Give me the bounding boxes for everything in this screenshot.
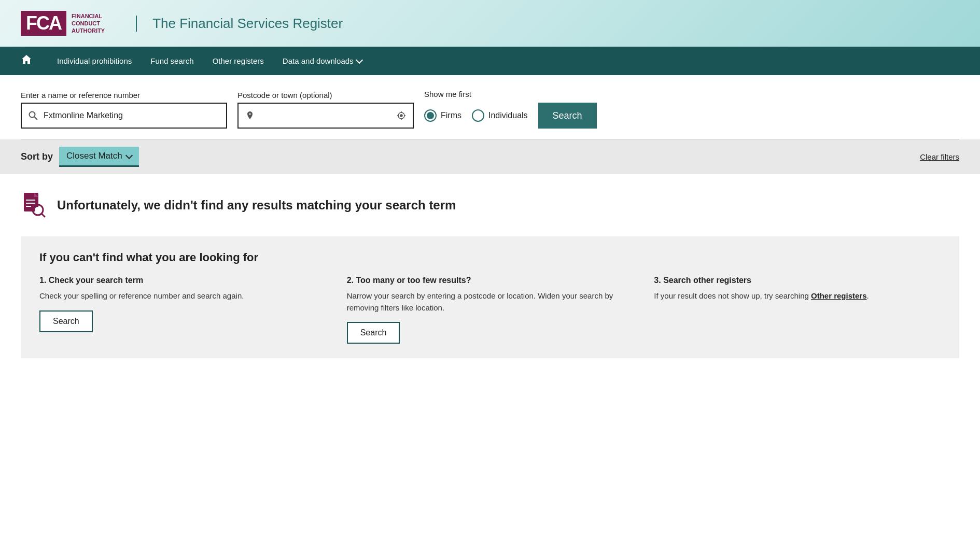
search-section: Enter a name or reference number Postcod… bbox=[0, 75, 980, 139]
other-registers-link[interactable]: Other registers bbox=[811, 291, 867, 300]
radio-firms[interactable]: Firms bbox=[424, 109, 461, 122]
location-pin-icon bbox=[245, 110, 255, 121]
help-search-btn-1[interactable]: Search bbox=[39, 310, 93, 332]
radio-individuals[interactable]: Individuals bbox=[472, 109, 528, 122]
search-icon bbox=[28, 110, 38, 121]
logo-subtext: FINANCIAL CONDUCT AUTHORITY bbox=[72, 12, 105, 35]
help-col-3-text: If your result does not show up, try sea… bbox=[654, 290, 941, 302]
help-col-1-text: Check your spelling or reference number … bbox=[39, 290, 326, 302]
search-button[interactable]: Search bbox=[538, 103, 597, 129]
postcode-label: Postcode or town (optional) bbox=[237, 91, 414, 100]
nav-item-fund-search[interactable]: Fund search bbox=[141, 49, 203, 73]
nav-item-data-downloads[interactable]: Data and downloads bbox=[273, 49, 371, 73]
radio-row: Firms Individuals Search bbox=[424, 103, 597, 129]
sort-by-label: Sort by bbox=[21, 151, 53, 162]
help-column-3: 3. Search other registers If your result… bbox=[654, 276, 941, 344]
no-results-text: Unfortunately, we didn't find any result… bbox=[57, 198, 456, 213]
name-search-group: Enter a name or reference number bbox=[21, 91, 227, 129]
radio-individuals-label: Individuals bbox=[488, 111, 528, 120]
sort-chevron-icon bbox=[125, 151, 133, 159]
help-col-2-text: Narrow your search by entering a postcod… bbox=[347, 290, 634, 314]
sort-bar: Sort by Closest Match Clear filters bbox=[0, 139, 980, 174]
clear-filters-link[interactable]: Clear filters bbox=[920, 152, 959, 161]
no-results-icon bbox=[21, 191, 48, 220]
svg-point-3 bbox=[400, 115, 402, 117]
show-first-label: Show me first bbox=[424, 90, 597, 98]
help-col-1-title: 1. Check your search term bbox=[39, 276, 326, 285]
help-box-title: If you can't find what you are looking f… bbox=[39, 251, 941, 264]
sort-left: Sort by Closest Match bbox=[21, 147, 139, 167]
svg-line-15 bbox=[41, 214, 45, 217]
name-search-input-wrap bbox=[21, 103, 227, 129]
svg-line-1 bbox=[35, 117, 38, 120]
help-column-2: 2. Too many or too few results? Narrow y… bbox=[347, 276, 634, 344]
dropdown-chevron-icon bbox=[356, 56, 363, 64]
name-search-input[interactable] bbox=[44, 111, 220, 120]
show-first-group: Show me first Firms Individuals Search bbox=[424, 90, 597, 129]
radio-firms-circle[interactable] bbox=[424, 109, 437, 122]
logo-block: FCA FINANCIAL CONDUCT AUTHORITY bbox=[21, 11, 105, 36]
postcode-search-group: Postcode or town (optional) bbox=[237, 91, 414, 129]
help-columns: 1. Check your search term Check your spe… bbox=[39, 276, 941, 344]
home-icon[interactable] bbox=[21, 47, 32, 75]
help-col-3-title: 3. Search other registers bbox=[654, 276, 941, 285]
nav-item-individual-prohibitions[interactable]: Individual prohibitions bbox=[48, 49, 141, 73]
name-search-label: Enter a name or reference number bbox=[21, 91, 227, 100]
no-results-row: Unfortunately, we didn't find any result… bbox=[21, 191, 959, 220]
no-results-svg-icon bbox=[21, 191, 48, 218]
help-col-2-title: 2. Too many or too few results? bbox=[347, 276, 634, 285]
svg-point-0 bbox=[30, 112, 35, 118]
nav-item-other-registers[interactable]: Other registers bbox=[203, 49, 273, 73]
fca-logo: FCA bbox=[21, 11, 66, 36]
help-box: If you can't find what you are looking f… bbox=[21, 236, 959, 358]
site-title: The Financial Services Register bbox=[136, 16, 343, 32]
postcode-input-wrap bbox=[237, 103, 414, 129]
radio-individuals-circle[interactable] bbox=[472, 109, 484, 122]
results-section: Unfortunately, we didn't find any result… bbox=[0, 174, 980, 375]
help-search-btn-2[interactable]: Search bbox=[347, 322, 400, 344]
location-target-icon bbox=[396, 110, 407, 121]
radio-firms-label: Firms bbox=[441, 111, 461, 120]
svg-point-14 bbox=[35, 207, 41, 213]
postcode-input[interactable] bbox=[260, 111, 391, 120]
site-header: FCA FINANCIAL CONDUCT AUTHORITY The Fina… bbox=[0, 0, 980, 47]
sort-dropdown[interactable]: Closest Match bbox=[59, 147, 139, 167]
main-nav: Individual prohibitions Fund search Othe… bbox=[0, 47, 980, 75]
help-column-1: 1. Check your search term Check your spe… bbox=[39, 276, 326, 344]
sort-value: Closest Match bbox=[66, 151, 122, 161]
